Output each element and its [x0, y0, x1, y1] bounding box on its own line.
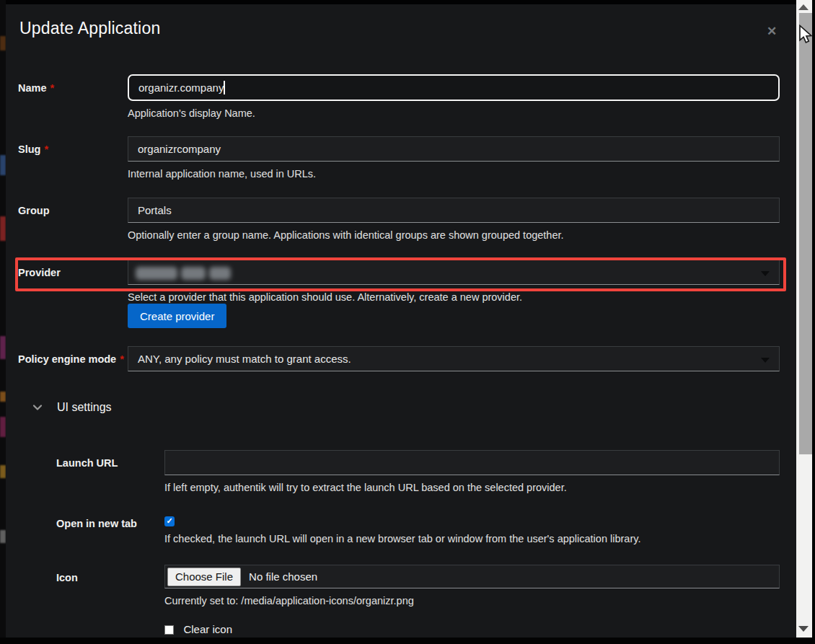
background-fragment [0, 155, 6, 175]
launch-url-input[interactable] [164, 450, 780, 475]
slug-label: Slug* [18, 136, 128, 181]
icon-help-text: Currently set to: /media/application-ico… [164, 594, 780, 608]
required-marker: * [50, 82, 55, 94]
update-application-modal: Update Application ✕ Name* Application's… [6, 4, 796, 638]
launch-url-help-text: If left empty, authentik will try to ext… [164, 481, 780, 495]
provider-select[interactable] [128, 260, 780, 285]
window-edge-right [812, 0, 815, 644]
form-row-group: Group Optionally enter a group name. App… [18, 198, 780, 242]
background-fragment [0, 36, 6, 50]
background-fragment [0, 336, 6, 359]
vertical-scrollbar[interactable] [796, 0, 812, 638]
background-fragment [0, 530, 6, 543]
form-row-icon: Icon Choose File No file chosen Currentl… [56, 565, 780, 608]
background-fragment [0, 465, 6, 478]
dropdown-caret-icon [761, 358, 770, 363]
modal-backdrop [0, 0, 6, 638]
open-in-new-tab-checkbox[interactable]: ✓ [164, 516, 175, 526]
file-chosen-status: No file chosen [249, 570, 317, 583]
icon-label: Icon [56, 565, 164, 608]
form-row-open-in-new-tab: Open in new tab ✓ If checked, the launch… [56, 508, 780, 546]
choose-file-button[interactable]: Choose File [167, 568, 241, 586]
background-fragment [0, 417, 6, 437]
background-fragment [0, 216, 6, 241]
form-row-launch-url: Launch URL If left empty, authentik will… [56, 450, 780, 495]
dropdown-caret-icon [761, 271, 770, 276]
launch-url-label: Launch URL [56, 450, 164, 495]
form-row-name: Name* Application's display Name. [18, 75, 780, 120]
form-row-slug: Slug* Internal application name, used in… [18, 136, 780, 181]
form-row-clear-icon: Clear icon [56, 623, 780, 638]
name-label: Name* [18, 75, 128, 120]
background-fragment [0, 392, 6, 402]
provider-label: Provider [18, 260, 128, 304]
group-input[interactable] [128, 198, 780, 223]
clear-icon-spacer [56, 623, 164, 638]
name-help-text: Application's display Name. [128, 107, 780, 120]
ui-settings-section-label: UI settings [57, 401, 112, 414]
scroll-down-arrow-icon[interactable] [798, 626, 809, 632]
checkmark-icon: ✓ [166, 516, 172, 526]
provider-select-value-redacted [136, 267, 231, 280]
slug-help-text: Internal application name, used in URLs. [128, 167, 780, 181]
clear-icon-label: Clear icon [183, 623, 232, 635]
group-help-text: Optionally enter a group name. Applicati… [128, 229, 780, 242]
close-icon[interactable]: ✕ [763, 23, 780, 40]
required-marker: * [120, 353, 124, 365]
policy-engine-mode-select[interactable]: ANY, any policy must match to grant acce… [128, 346, 780, 371]
open-in-new-tab-label: Open in new tab [56, 508, 164, 546]
create-provider-button[interactable]: Create provider [128, 304, 226, 328]
scrollbar-thumb[interactable] [799, 13, 812, 454]
scroll-up-arrow-icon[interactable] [798, 4, 809, 10]
provider-help-text: Select a provider that this application … [128, 291, 780, 304]
group-label: Group [18, 198, 128, 242]
clear-icon-checkbox[interactable] [164, 625, 174, 635]
text-caret [224, 81, 225, 94]
open-in-new-tab-help-text: If checked, the launch URL will open in … [164, 532, 780, 546]
slug-input[interactable] [128, 136, 780, 162]
form-row-provider: Provider Select a provider that this app… [18, 260, 780, 304]
required-marker: * [44, 144, 48, 155]
form-row-policy-engine-mode: Policy engine mode* ANY, any policy must… [18, 346, 780, 371]
window-edge-bottom [0, 638, 815, 644]
name-input[interactable] [128, 74, 780, 101]
policy-engine-mode-value: ANY, any policy must match to grant acce… [138, 353, 351, 365]
ui-settings-section-toggle[interactable]: UI settings [32, 401, 112, 414]
modal-title: Update Application [19, 19, 160, 38]
icon-file-input[interactable]: Choose File No file chosen [164, 565, 780, 588]
policy-engine-mode-label: Policy engine mode* [18, 346, 128, 371]
chevron-down-icon [32, 402, 43, 413]
